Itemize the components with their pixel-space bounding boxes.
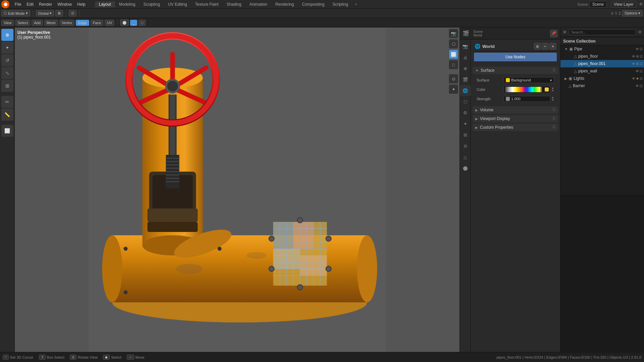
add-menu[interactable]: Add [32,20,43,26]
outliner-search-input[interactable] [569,29,636,35]
particles-props-icon[interactable]: ✦ [460,118,471,129]
lights-visible-badge[interactable]: 👁 [632,77,635,80]
properties-pin-btn[interactable]: 📌 [550,30,557,37]
cursor-tool[interactable]: ⊕ [1,29,13,41]
outliner-collection-pipe[interactable]: ▼ ▣ Pipe 👁 ☑ [560,45,644,53]
annotate-tool[interactable]: ✏ [1,96,13,108]
strength-down-arrow[interactable]: ▼ [551,99,554,102]
edge-select-mode[interactable]: ⎯ [130,20,137,26]
tab-modeling[interactable]: Modeling [115,1,140,7]
world-new-btn[interactable]: + [542,43,548,50]
world-browse-btn[interactable]: ⊞ [534,43,541,50]
view-menu[interactable]: View [1,20,14,26]
pipes-floor-001-settings[interactable]: ⚙ [636,62,639,66]
object-props-icon[interactable]: ⬡ [460,96,471,107]
uv-menu[interactable]: UV [105,20,114,26]
object-data-props-icon[interactable]: △ [460,152,471,162]
constraints-props-icon[interactable]: ⊘ [460,140,471,151]
menu-window[interactable]: Window [55,1,74,7]
add-workspace-button[interactable]: + [352,1,360,7]
outliner-collection-lights[interactable]: ▶ ▣ Lights 👁 ☀ ☑ [560,75,644,82]
tab-scripting[interactable]: Scripting [328,1,352,7]
strength-value[interactable]: 1.000 [503,96,550,102]
edge-menu[interactable]: Edge [76,20,89,26]
render-props-icon[interactable]: 📷 [460,41,471,52]
viewport-shading-material[interactable]: ⬡ [449,39,458,49]
modifier-props-icon[interactable]: ⚙ [460,107,471,118]
pipe-checkbox-badge[interactable]: ☑ [640,47,643,51]
world-unlink-btn[interactable]: ✕ [549,43,556,50]
rotate-tool[interactable]: ↺ [1,54,13,66]
barrier-visible-badge[interactable]: 👁 [636,84,639,88]
outliner-item-pipes-floor-001[interactable]: ▶ △ pipes_floor.001 👁 ⚙ ☑ [560,60,644,67]
object-mode-button[interactable]: ⬡ Edit Mode ▾ [1,10,30,16]
face-menu[interactable]: Face [91,20,103,26]
tab-uv-editing[interactable]: UV Editing [164,1,191,7]
physics-props-icon[interactable]: ⊞ [460,129,471,140]
outliner-item-pipes-floor[interactable]: ▶ △ pipes_floor 👁 ⚙ ☑ [560,53,644,60]
scene-selector[interactable]: Scene [589,1,607,8]
tab-texture-paint[interactable]: Texture Paint [191,1,223,7]
menu-help[interactable]: Help [74,1,88,7]
menu-file[interactable]: File [12,1,24,7]
surface-section-header[interactable]: ▼ Surface ⠿ [473,67,558,74]
viewport-shading-rendered[interactable]: 📷 [449,29,458,38]
tab-layout[interactable]: Layout [95,1,115,7]
add-cube-tool[interactable]: ⬜ [1,125,13,137]
viewport-shading-solid[interactable]: ⬜ [449,50,458,59]
pipes-floor-settings[interactable]: ⚙ [636,55,639,58]
viewport-gizmo-toggle[interactable]: ✦ [449,84,458,94]
face-select-mode[interactable]: □ [139,20,146,26]
pipe-visible-badge[interactable]: 👁 [636,47,639,51]
pipes-floor-001-visible[interactable]: 👁 [632,62,635,66]
outliner-filter-icon[interactable]: ⊟ [638,30,641,34]
tab-rendering[interactable]: Rendering [271,1,298,7]
menu-edit[interactable]: Edit [24,1,36,7]
pipes-floor-visible[interactable]: 👁 [632,55,635,58]
scene-props-icon[interactable]: 🎬 [460,74,471,85]
move-tool[interactable]: ✦ [1,42,13,54]
tab-compositing[interactable]: Compositing [298,1,328,7]
transform-tool[interactable]: ⊞ [1,80,13,92]
barrier-checkbox-badge[interactable]: ☑ [640,84,643,88]
color-value[interactable] [503,86,550,93]
measure-tool[interactable]: 📏 [1,109,13,121]
pipe-collection-arrow[interactable]: ▼ [565,47,568,51]
3d-viewport[interactable]: User Perspective (1) pipes_floor.001 📷 ⬡… [15,27,460,352]
scale-tool[interactable]: ⤡ [1,67,13,79]
lights-collection-arrow[interactable]: ▶ [565,77,567,80]
pipes-wall-visible[interactable]: 👁 [636,69,639,73]
pipes-wall-checkbox[interactable]: ☑ [640,69,643,73]
viewport-overlay-toggle[interactable]: ⊙ [449,74,458,83]
surface-value[interactable]: Background ▾ [503,77,554,83]
mesh-menu[interactable]: Mesh [44,20,58,26]
lights-checkbox-badge[interactable]: ☑ [640,77,643,80]
custom-props-section-header[interactable]: ▶ Custom Properties ⠿ [473,124,558,131]
viewport-shading-wireframe[interactable]: □ [449,60,458,69]
outliner-item-pipes-wall[interactable]: ▶ △ pipes_wall 👁 ☑ [560,67,644,75]
select-menu[interactable]: Select [15,20,31,26]
view-layer-props-icon[interactable]: ⊕ [460,63,471,74]
transform-space-button[interactable]: Global ▾ [36,10,54,16]
use-nodes-button[interactable]: Use Nodes [474,53,557,61]
tab-animation[interactable]: Animation [246,1,271,7]
view-layer-selector[interactable]: View Layer [611,1,637,8]
tab-sculpting[interactable]: Sculpting [140,1,164,7]
pipes-floor-001-checkbox[interactable]: ☑ [640,62,643,66]
snap-button[interactable]: ⊞ [55,10,63,16]
proportional-edit-button[interactable]: ⊙ [69,10,76,16]
options-button[interactable]: Options ▾ [622,10,643,16]
vertex-select-mode[interactable]: ⬤ [120,19,129,26]
tab-shading[interactable]: Shading [223,1,246,7]
volume-section-header[interactable]: ▶ Volume ⠿ [473,106,558,114]
color-down-arrow[interactable]: ▼ [551,89,554,92]
viewport-display-section-header[interactable]: ▶ Viewport Display ⠿ [473,115,558,122]
pipes-floor-checkbox[interactable]: ☑ [640,55,643,58]
material-props-icon[interactable]: ⬤ [460,163,471,173]
output-props-icon[interactable]: 🖨 [460,52,471,63]
vertex-menu[interactable]: Vertex [59,20,74,26]
world-props-icon[interactable]: 🌐 [460,85,471,96]
engine-selector[interactable]: ⚙ [639,2,643,6]
outliner-item-barrier[interactable]: ▶ △ Barrier 👁 ☑ [560,82,644,89]
menu-render[interactable]: Render [36,1,55,7]
